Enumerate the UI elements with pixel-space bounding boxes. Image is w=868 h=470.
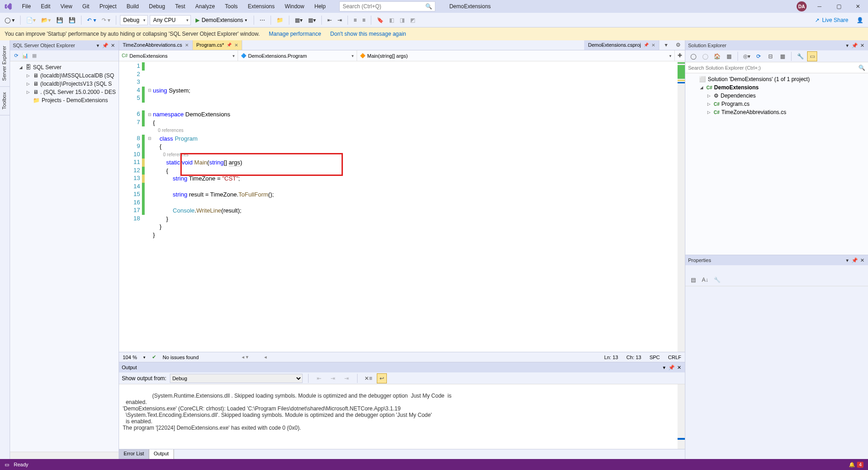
tree-node[interactable]: 📁Projects - DemoExtensions bbox=[10, 96, 119, 104]
side-tab[interactable]: Server Explorer bbox=[0, 40, 10, 87]
document-tab[interactable]: DemoExtensions.csproj📌✕ bbox=[584, 40, 659, 50]
toolbar-icon[interactable]: 🔖 bbox=[375, 16, 385, 24]
split-button[interactable]: ✚ bbox=[675, 50, 685, 60]
output-scrollbar[interactable] bbox=[678, 384, 685, 449]
vertical-scrollbar[interactable] bbox=[678, 61, 685, 352]
solution-node[interactable]: ▷⚙Dependencies bbox=[685, 92, 868, 100]
refresh-icon[interactable]: ⟳ bbox=[13, 53, 19, 59]
search-input[interactable] bbox=[342, 3, 420, 10]
preview-icon[interactable]: ▭ bbox=[807, 51, 817, 61]
group-icon[interactable]: ▦ bbox=[31, 53, 38, 59]
user-avatar[interactable]: DA bbox=[797, 1, 807, 11]
wrench-icon[interactable]: 🔧 bbox=[712, 275, 722, 285]
close-icon[interactable]: ✕ bbox=[859, 257, 865, 263]
properties-icon[interactable]: 🔧 bbox=[795, 51, 805, 61]
toolbar-icon[interactable]: ◨ bbox=[398, 16, 407, 24]
toolbar-icon[interactable]: 📁 bbox=[275, 16, 285, 24]
close-icon[interactable]: ✕ bbox=[676, 364, 682, 371]
close-icon[interactable]: ✕ bbox=[109, 42, 116, 49]
solution-search-input[interactable] bbox=[688, 65, 858, 71]
wrap-icon[interactable]: ↩ bbox=[377, 373, 387, 383]
output-text[interactable]: (System.Runtime.Extensions.dll . Skipped… bbox=[119, 384, 685, 449]
manage-performance-link[interactable]: Manage performance bbox=[269, 31, 321, 37]
menu-project[interactable]: Project bbox=[95, 1, 121, 11]
bottom-tab[interactable]: Error List bbox=[119, 449, 149, 459]
nav-icon[interactable]: ◂ ▾ bbox=[242, 354, 249, 360]
solution-node[interactable]: ⬜Solution 'DemoExtensions' (1 of 1 proje… bbox=[685, 75, 868, 83]
solution-tree[interactable]: ⬜Solution 'DemoExtensions' (1 of 1 proje… bbox=[685, 73, 868, 255]
toolbar-icon[interactable]: ⇤ bbox=[326, 16, 334, 24]
output-icon[interactable]: ⇥ bbox=[342, 373, 352, 383]
output-icon[interactable]: ⇥ bbox=[328, 373, 338, 383]
toolbar-icon[interactable]: ⇥ bbox=[336, 16, 344, 24]
platform-dropdown[interactable]: Any CPU bbox=[150, 15, 191, 25]
redo-button[interactable]: ↷ ▾ bbox=[100, 16, 112, 24]
menu-view[interactable]: View bbox=[56, 1, 77, 11]
pin-icon[interactable]: 📌 bbox=[852, 42, 858, 49]
menu-window[interactable]: Window bbox=[280, 1, 309, 11]
notification-icon[interactable]: 🔔 bbox=[849, 462, 855, 468]
menu-edit[interactable]: Edit bbox=[36, 1, 55, 11]
home-icon[interactable]: 🏠 bbox=[712, 51, 722, 61]
toolbar-icon[interactable]: ▦▾ bbox=[306, 16, 318, 24]
collapse-icon[interactable]: ⊟ bbox=[765, 51, 776, 61]
dropdown-icon[interactable]: ▾ bbox=[844, 42, 851, 49]
menu-extensions[interactable]: Extensions bbox=[243, 1, 279, 11]
dropdown-icon[interactable]: ▾ bbox=[95, 42, 101, 49]
solution-node[interactable]: ◢C#DemoExtensions bbox=[685, 83, 868, 92]
menu-file[interactable]: File bbox=[17, 1, 35, 11]
back-button[interactable]: ◯ ▾ bbox=[3, 16, 16, 24]
save-all-button[interactable]: 💾 bbox=[67, 16, 77, 24]
tree-node[interactable]: ▷🖥. (SQL Server 15.0.2000 - DES bbox=[10, 88, 119, 96]
categorize-icon[interactable]: ▤ bbox=[688, 275, 698, 285]
zoom-level[interactable]: 104 % bbox=[123, 355, 137, 360]
refresh-icon[interactable]: ⟳ bbox=[754, 51, 764, 61]
show-all-icon[interactable]: ▦ bbox=[777, 51, 787, 61]
toolbar-icon[interactable]: ≡ bbox=[360, 16, 367, 24]
open-button[interactable]: 📂▾ bbox=[39, 16, 53, 24]
back-icon[interactable]: ◯ bbox=[688, 51, 698, 61]
toolbar-icon[interactable]: ▦▾ bbox=[293, 16, 304, 24]
alpha-icon[interactable]: A↓ bbox=[700, 275, 710, 285]
sync-icon[interactable]: ◎▾ bbox=[742, 51, 752, 61]
solution-search[interactable]: 🔍 bbox=[685, 62, 868, 73]
menu-build[interactable]: Build bbox=[122, 1, 144, 11]
document-tab[interactable]: TimeZoneAbbreviations.cs✕ bbox=[119, 40, 193, 50]
start-debug-button[interactable]: ▶ DemoExtensions ▾ bbox=[193, 16, 250, 24]
close-icon[interactable]: ✕ bbox=[859, 42, 865, 49]
undo-button[interactable]: ↶ ▾ bbox=[85, 16, 98, 24]
menu-tools[interactable]: Tools bbox=[220, 1, 242, 11]
toolbar-icon[interactable]: ⋯ bbox=[258, 16, 267, 24]
config-dropdown[interactable]: Debug bbox=[120, 15, 148, 25]
pin-icon[interactable]: 📌 bbox=[102, 42, 108, 49]
menu-analyze[interactable]: Analyze bbox=[191, 1, 220, 11]
switch-icon[interactable]: ▦ bbox=[724, 51, 734, 61]
fwd-icon[interactable]: ◯ bbox=[700, 51, 710, 61]
live-share-button[interactable]: ↗ Live Share bbox=[815, 17, 853, 23]
tree-node[interactable]: ▷🖥(localdb)\MSSQLLocalDB (SQ bbox=[10, 71, 119, 80]
toolbar-icon[interactable]: ◧ bbox=[387, 16, 396, 24]
document-tab[interactable]: Program.cs*📌✕ bbox=[193, 40, 243, 50]
feedback-button[interactable]: 👤 bbox=[855, 16, 865, 24]
menu-help[interactable]: Help bbox=[310, 1, 331, 11]
new-button[interactable]: 📄▾ bbox=[24, 16, 38, 24]
code-editor[interactable]: 123456789101112131415161718 ⊟⊟⊟ using Sy… bbox=[119, 61, 685, 352]
pin-icon[interactable]: 📌 bbox=[852, 257, 858, 263]
tree-node[interactable]: ◢🗄SQL Server bbox=[10, 63, 119, 71]
nav-member[interactable]: 🔶 Main(string[] args) bbox=[357, 50, 675, 61]
notification-count[interactable]: 4 bbox=[857, 462, 863, 468]
sql-tree[interactable]: ◢🗄SQL Server▷🖥(localdb)\MSSQLLocalDB (SQ… bbox=[10, 61, 119, 452]
search-box[interactable]: 🔍 bbox=[339, 1, 435, 11]
solution-node[interactable]: ▷C#TimeZoneAbbreviations.cs bbox=[685, 108, 868, 116]
menu-test[interactable]: Test bbox=[171, 1, 190, 11]
nav-class[interactable]: 🔷 DemoExtensions.Program bbox=[238, 50, 357, 61]
horizontal-scrollbar[interactable] bbox=[10, 452, 119, 459]
side-tab[interactable]: Toolbox bbox=[0, 87, 10, 115]
menu-git[interactable]: Git bbox=[78, 1, 94, 11]
output-icon[interactable]: ⇤ bbox=[314, 373, 324, 383]
dropdown-icon[interactable]: ▾ bbox=[844, 257, 851, 263]
add-server-icon[interactable]: 📊 bbox=[22, 53, 28, 59]
output-source-dropdown[interactable]: Debug bbox=[170, 374, 303, 383]
save-button[interactable]: 💾 bbox=[54, 16, 65, 24]
menu-debug[interactable]: Debug bbox=[144, 1, 169, 11]
